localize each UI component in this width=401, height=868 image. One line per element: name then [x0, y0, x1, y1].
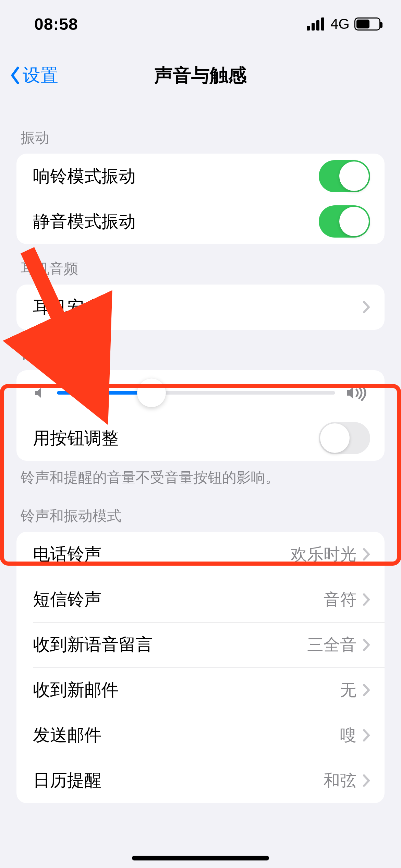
row-value: 欢乐时光 — [291, 543, 356, 565]
row-label: 收到新语音留言 — [33, 633, 307, 656]
row-new-mail[interactable]: 收到新邮件 无 — [16, 667, 385, 713]
status-bar: 08:58 4G — [0, 0, 401, 48]
section-header-ringer: 铃声和提醒 — [0, 330, 401, 370]
row-ringer-volume — [16, 370, 385, 415]
chevron-right-icon — [363, 684, 370, 697]
group-ringer: 用按钮调整 — [16, 370, 385, 461]
chevron-right-icon — [363, 729, 370, 742]
row-value: 三全音 — [307, 634, 356, 656]
toggle-change-with-buttons[interactable] — [319, 422, 370, 454]
section-header-vibrate: 振动 — [0, 113, 401, 154]
page-title: 声音与触感 — [0, 63, 401, 88]
chevron-right-icon — [363, 548, 370, 561]
row-vibrate-on-silent[interactable]: 静音模式振动 — [16, 199, 385, 244]
row-value: 和弦 — [324, 770, 356, 792]
row-calendar-alerts[interactable]: 日历提醒 和弦 — [16, 758, 385, 803]
back-button[interactable]: 设置 — [0, 63, 58, 87]
row-label: 日历提醒 — [33, 769, 324, 792]
row-label: 用按钮调整 — [33, 427, 319, 450]
nav-bar: 设置 声音与触感 — [0, 55, 401, 96]
cellular-signal-icon — [307, 17, 324, 31]
section-header-headphone: 耳机音频 — [0, 244, 401, 285]
section-header-sounds: 铃声和振动模式 — [0, 491, 401, 532]
row-ringtone[interactable]: 电话铃声 欢乐时光 — [16, 532, 385, 577]
row-label: 短信铃声 — [33, 588, 324, 611]
row-value: 音符 — [324, 589, 356, 611]
row-change-with-buttons[interactable]: 用按钮调整 — [16, 415, 385, 461]
status-indicators: 4G — [307, 16, 380, 32]
volume-high-icon — [345, 385, 370, 401]
home-indicator[interactable] — [132, 856, 269, 860]
battery-icon — [354, 17, 380, 31]
group-vibrate: 响铃模式振动 静音模式振动 — [16, 154, 385, 244]
row-label: 电话铃声 — [33, 543, 291, 566]
row-text-tone[interactable]: 短信铃声 音符 — [16, 577, 385, 622]
row-label: 静音模式振动 — [33, 210, 319, 233]
row-label: 发送邮件 — [33, 724, 340, 747]
row-label: 收到新邮件 — [33, 678, 340, 701]
chevron-left-icon — [10, 67, 21, 84]
toggle-vibrate-on-ring[interactable] — [319, 160, 370, 192]
row-new-voicemail[interactable]: 收到新语音留言 三全音 — [16, 622, 385, 667]
row-value: 嗖 — [340, 724, 356, 746]
volume-low-icon — [33, 386, 47, 400]
chevron-right-icon — [363, 301, 370, 314]
toggle-vibrate-on-silent[interactable] — [319, 205, 370, 238]
back-label: 设置 — [23, 63, 58, 87]
chevron-right-icon — [363, 638, 370, 651]
row-value: 无 — [340, 679, 356, 701]
slider-thumb[interactable] — [137, 378, 166, 407]
group-headphone: 耳机安全 — [16, 285, 385, 330]
section-footer-ringer: 铃声和提醒的音量不受音量按钮的影响。 — [0, 461, 401, 491]
network-type: 4G — [330, 16, 350, 32]
row-vibrate-on-ring[interactable]: 响铃模式振动 — [16, 154, 385, 199]
row-label: 响铃模式振动 — [33, 165, 319, 188]
battery-fill — [356, 20, 369, 28]
row-headphone-safety[interactable]: 耳机安全 — [16, 285, 385, 330]
chevron-right-icon — [363, 774, 370, 787]
row-sent-mail[interactable]: 发送邮件 嗖 — [16, 713, 385, 758]
group-sounds: 电话铃声 欢乐时光 短信铃声 音符 收到新语音留言 三全音 收到新邮件 无 发送… — [16, 532, 385, 803]
ringer-volume-slider[interactable] — [57, 391, 335, 395]
status-time: 08:58 — [34, 15, 78, 34]
chevron-right-icon — [363, 593, 370, 606]
row-label: 耳机安全 — [33, 296, 363, 319]
content-scroll[interactable]: 振动 响铃模式振动 静音模式振动 耳机音频 耳机安全 铃声和提醒 — [0, 113, 401, 868]
